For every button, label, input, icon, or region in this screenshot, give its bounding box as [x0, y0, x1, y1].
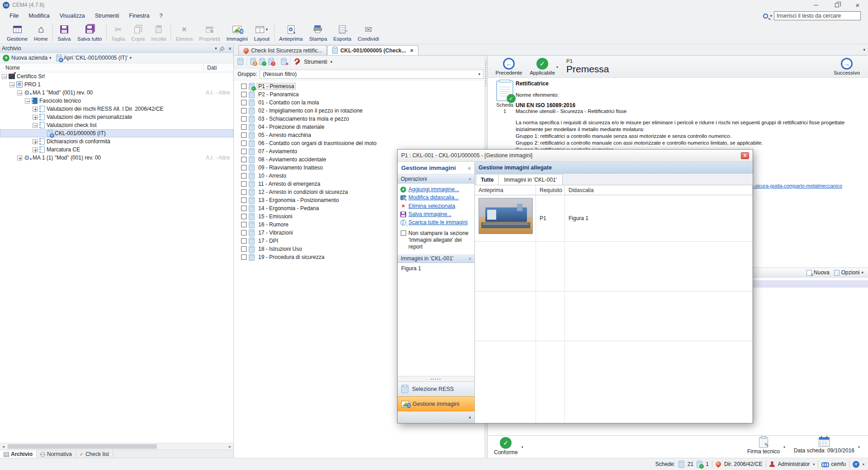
layout-dropdown-icon[interactable]: ▾	[266, 27, 268, 32]
group-filter-select[interactable]: (Nessun filtro) ▾	[260, 70, 484, 79]
applicabile-button[interactable]: ✓ Applicabile ▾	[526, 58, 559, 75]
collapse-icon[interactable]	[2, 74, 7, 79]
conforme-button[interactable]: ✓ Conforme ▾	[494, 437, 518, 456]
operations-section-bar[interactable]: Operazioni «	[398, 174, 474, 183]
table-row[interactable]: P1 Figura 1	[475, 195, 753, 242]
sidebar-overflow-bar[interactable]: ▾	[398, 411, 474, 423]
sheet-delete-icon[interactable]: ×	[281, 58, 287, 65]
checkbox[interactable]	[241, 197, 247, 203]
directive-label[interactable]: Dir. 2006/42/CE	[724, 461, 763, 467]
elimina-selezionata-link[interactable]: ×Elimina selezionata	[400, 202, 474, 209]
layout-button[interactable]: ▾Layout	[251, 23, 273, 42]
salva-tutto-button[interactable]: Salva tutto	[74, 23, 105, 42]
tree-item-valutazioni-checklist[interactable]: Valutazioni check list	[0, 121, 233, 129]
menu-modifica[interactable]: Modifica	[24, 11, 55, 20]
checkbox[interactable]	[241, 132, 247, 138]
checkbox[interactable]	[241, 189, 247, 195]
menu-strumenti[interactable]: Strumenti	[90, 11, 124, 20]
checkbox[interactable]	[241, 230, 247, 235]
data-dropdown-icon[interactable]: ▾	[858, 445, 860, 449]
conforme-dropdown-icon[interactable]: ▾	[522, 445, 523, 449]
strumenti-button[interactable]: Strumenti	[304, 59, 327, 65]
panel-close-icon[interactable]	[228, 45, 232, 52]
checklist-item-p1[interactable]: ✓P1 - Premessa	[234, 82, 487, 90]
modifica-didascalia-link[interactable]: Modifica didascalia...	[400, 194, 474, 201]
checkbox[interactable]	[241, 254, 247, 260]
immagini-button[interactable]: Immagini	[223, 23, 251, 42]
tab-normativa[interactable]: Normativa	[37, 450, 76, 458]
sidebar-splitter[interactable]: •••••	[398, 376, 474, 381]
panel-menu-icon[interactable]: ▾	[215, 46, 217, 51]
new-company-dropdown-icon[interactable]: ▾	[49, 56, 52, 60]
checkbox[interactable]	[241, 246, 247, 252]
expand-icon[interactable]	[33, 115, 38, 120]
scroll-right-icon[interactable]: ▸	[227, 443, 233, 450]
tree-item-project[interactable]: ⚙PRO 1	[0, 80, 233, 89]
column-requisito[interactable]: Requisito	[536, 185, 565, 195]
menu-file[interactable]: File	[5, 11, 24, 20]
language-dropdown-icon[interactable]: ▾	[863, 462, 864, 466]
sheet-check-icon[interactable]: ✓	[259, 58, 265, 65]
collapse-icon[interactable]	[33, 123, 38, 128]
scrollbar-thumb[interactable]	[8, 444, 157, 449]
checklist-item[interactable]: 01 - Contatto con la mola	[234, 99, 487, 107]
checkbox[interactable]	[401, 230, 406, 236]
gestione-immagini-nav-button[interactable]: Gestione immagini	[398, 396, 474, 411]
successivo-button[interactable]: → Successivo	[830, 58, 863, 75]
condividi-button[interactable]: ✉Condividi	[355, 23, 382, 42]
tab-close-icon[interactable]: ×	[410, 47, 413, 54]
salva-immagine-link[interactable]: Salva immagine...	[400, 211, 474, 217]
stampa-button[interactable]: Stampa	[306, 23, 330, 42]
external-link[interactable]: a-sicura-guida-comparto-metalmeccanico	[751, 183, 842, 188]
minimize-button[interactable]	[806, 0, 826, 10]
column-didascalia[interactable]: Didascalia	[565, 185, 753, 195]
open-checklist-button[interactable]: Apri 'CKL-001/000005 (IT)'	[64, 55, 128, 61]
open-dropdown-icon[interactable]: ▾	[130, 56, 132, 60]
firma-tecnico-button[interactable]: Firma tecnico ▾	[747, 437, 780, 455]
esporta-button[interactable]: Esporta	[330, 23, 355, 42]
salva-button[interactable]: Salva	[54, 23, 74, 42]
anteprima-button[interactable]: Anteprima	[276, 23, 306, 42]
tab-archivio[interactable]: Archivio	[0, 450, 37, 458]
tab-list-dropdown-icon[interactable]: ▾	[863, 47, 865, 52]
tree-item-machine2[interactable]: ⚙MA 1 (1) "Mod" (001) rev. 00A.I. - Attr…	[0, 154, 233, 162]
checklist-item[interactable]: 02 - Impigliamento con il pezzo in rotaz…	[234, 107, 487, 115]
column-anteprima[interactable]: Anteprima	[475, 185, 536, 195]
checkbox[interactable]	[241, 173, 247, 179]
checkbox[interactable]	[241, 214, 247, 219]
checkbox[interactable]	[241, 141, 247, 146]
checkbox[interactable]	[241, 206, 247, 211]
home-button[interactable]: ⌂Home	[31, 23, 51, 42]
checkbox[interactable]	[241, 92, 247, 97]
sheet-alert-icon[interactable]: !	[268, 58, 274, 65]
checkbox[interactable]	[241, 181, 247, 187]
pin-icon[interactable]	[220, 46, 225, 51]
no-print-checkbox-row[interactable]: Non stampare la sezione 'Immagini allega…	[398, 227, 474, 254]
tab-tutte[interactable]: Tutte	[476, 174, 498, 185]
expand-icon[interactable]	[33, 139, 38, 144]
doc-tab-checklist-norm[interactable]: Check list Sicurerzza rettific...	[238, 45, 327, 55]
firma-dropdown-icon[interactable]: ▾	[783, 445, 785, 449]
selezione-ress-nav-button[interactable]: Selezione RESS	[398, 381, 474, 396]
group-dropdown-icon[interactable]: ▾	[478, 72, 480, 76]
precedente-button[interactable]: ← Precedente	[492, 58, 526, 75]
current-user[interactable]: Administrator	[778, 461, 810, 467]
scroll-left-icon[interactable]: ◂	[0, 443, 7, 450]
horizontal-scrollbar[interactable]: ◂ ▸	[0, 443, 233, 450]
expand-icon[interactable]	[33, 107, 38, 112]
language-badge[interactable]: IT	[853, 461, 859, 468]
checkbox[interactable]	[241, 84, 247, 89]
tree-item-valutazioni-ress[interactable]: Valutazioni dei rischi RESS All. I Dir. …	[0, 105, 233, 113]
dialog-close-button[interactable]: x	[741, 152, 749, 159]
checkbox[interactable]	[241, 165, 247, 170]
collapse-icon[interactable]	[17, 90, 22, 95]
new-company-button[interactable]: Nuova azienda	[11, 55, 47, 61]
tab-checklist[interactable]: ✓Check list	[76, 450, 113, 458]
sheet-icon[interactable]	[237, 58, 243, 65]
tree-item-company[interactable]: Certifico Srl	[0, 72, 233, 80]
search-icon[interactable]	[763, 14, 768, 19]
gestione-button[interactable]: Gestione	[4, 23, 31, 42]
image-preview-cell[interactable]	[475, 195, 536, 241]
image-list-item[interactable]: Figura 1	[398, 263, 474, 274]
collapse-icon[interactable]	[25, 99, 30, 103]
